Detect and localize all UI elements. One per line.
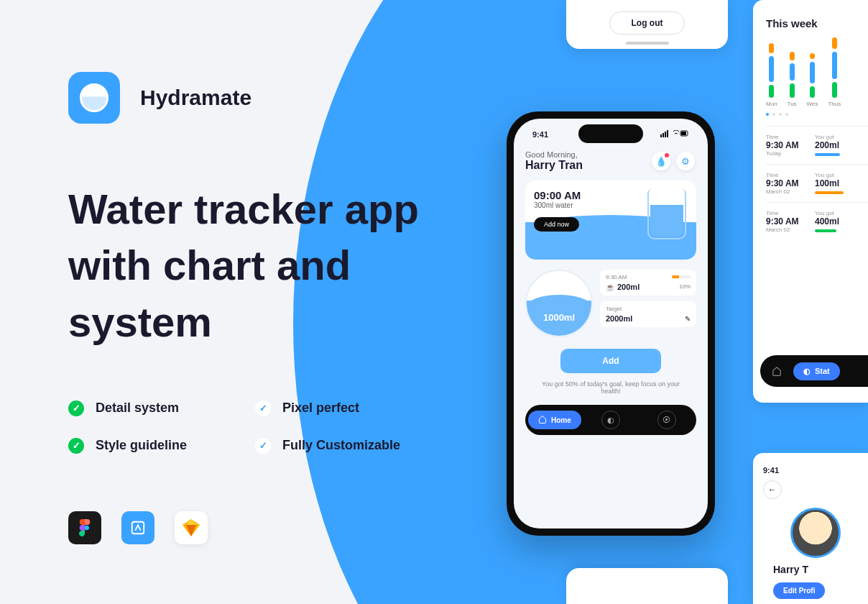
progress-gauge: 1000ml [525,270,593,337]
stat-row[interactable]: Time9:30 AMMarch 02 You got100ml [766,164,868,202]
settings-button[interactable]: ⚙ [676,152,695,170]
check-icon: ✓ [68,401,84,416]
nav-home[interactable]: Home [528,411,581,429]
stats-screen: This week Mon Tus Wes Thus Time9:30 AMTo… [753,0,868,403]
bottom-nav: Home ◐ ⦿ [525,405,696,435]
sketch-icon [175,511,208,544]
svg-rect-1 [132,522,144,534]
status-time: 9:41 [532,130,548,139]
phone-notch [578,124,643,143]
add-now-button[interactable]: Add now [534,217,579,232]
feature-label: Fully Customizable [282,438,400,453]
svg-rect-7 [681,132,686,135]
feature-list: ✓ Detail system ✓ Pixel perfect ✓ Style … [68,401,456,454]
water-glass-icon [647,189,686,239]
nav-stats-active[interactable]: ◐ Stat [793,362,840,380]
drag-handle-icon[interactable] [626,42,669,45]
tool-row [68,511,456,544]
gear-icon: ⚙ [681,156,690,167]
logout-button[interactable]: Log out [609,12,685,35]
feature-item: ✓ Fully Customizable [255,438,435,454]
avatar[interactable] [790,508,841,558]
stats-bottom-nav: ◐ Stat [760,355,868,387]
reminder-card: 09:00 AM 300ml water Add now [525,180,696,260]
home-icon [538,415,547,425]
stat-row[interactable]: Time9:30 AMMarch 02 You got400ml [766,202,868,240]
edit-profile-button[interactable]: Edit Profi [773,582,825,599]
phone-mockup: 9:41 Good Morning, Harry Tran 💧 ⚙ 09:00 … [507,111,715,536]
feature-item: ✓ Detail system [68,401,248,416]
check-icon: ✓ [255,401,271,416]
svg-rect-2 [660,134,662,137]
stat-bar [815,191,844,194]
nav-stats[interactable]: ◐ [584,411,637,429]
weekly-chart: Mon Tus Wes Thus [766,42,868,107]
carousel-dots[interactable] [766,113,868,116]
intake-bar [672,275,691,278]
moon-icon: ◐ [607,416,614,425]
nav-home[interactable] [766,360,788,382]
feature-item: ✓ Pixel perfect [255,401,435,416]
target-card[interactable]: Target 2000ml ✎ [600,301,696,327]
stat-row[interactable]: Time9:30 AMToday You got200ml [766,126,868,164]
feature-label: Style guideline [96,438,187,453]
chart-label: Wes [807,101,818,107]
chart-label: Tus [788,101,797,107]
notification-button[interactable]: 💧 [652,152,670,170]
intake-percent: 10% [679,283,691,290]
nav-home-label: Home [551,416,571,424]
headline: Water tracker app with chart and system [68,181,456,350]
svg-rect-4 [665,132,666,137]
svg-rect-5 [667,130,668,137]
status-indicators [660,130,689,139]
brand-row: Hydramate [68,72,456,124]
chart-label: Mon [766,101,777,107]
feature-item: ✓ Style guideline [68,438,248,454]
intake-card[interactable]: 9:30 AM ☕ 200ml 10% [600,270,696,296]
stat-bar [815,229,836,232]
arrow-left-icon: ← [768,485,777,495]
target-value: 2000ml [606,314,632,323]
water-drop-icon [80,83,108,112]
check-icon: ✓ [68,438,84,454]
nav-settings[interactable]: ⦿ [640,411,693,429]
feature-label: Pixel perfect [282,401,359,416]
feature-label: Detail system [96,401,179,416]
intake-amount: 200ml [617,283,640,291]
chart-label: Thus [828,101,841,107]
sound-icon: ⦿ [662,416,670,424]
profile-name: Harry T [763,564,868,575]
lunacy-icon [121,511,154,544]
phone-mockup-partial [566,568,728,604]
status-time: 9:41 [763,466,868,475]
brand-logo [68,72,120,124]
edit-icon[interactable]: ✎ [685,315,691,323]
svg-rect-3 [662,133,664,137]
target-label: Target [606,306,691,312]
svg-point-0 [84,526,89,531]
profile-screen: 9:41 ← Harry T Edit Profi [753,453,868,604]
nav-stats-label: Stat [815,367,830,375]
logout-card: Log out [566,0,728,49]
moon-icon: ◐ [803,367,811,376]
cup-icon: ☕ [606,283,614,291]
add-button[interactable]: Add [560,349,661,373]
check-icon: ✓ [255,438,271,454]
stats-title: This week [766,17,868,29]
drop-icon: 💧 [655,156,667,167]
brand-name: Hydramate [140,86,251,110]
stat-bar [815,153,840,156]
back-button[interactable]: ← [763,480,782,499]
progress-value: 1000ml [527,312,591,323]
tip-text: You got 50% of today's goal, keep focus … [525,380,696,395]
notification-dot-icon [665,153,669,157]
figma-icon [68,511,101,544]
